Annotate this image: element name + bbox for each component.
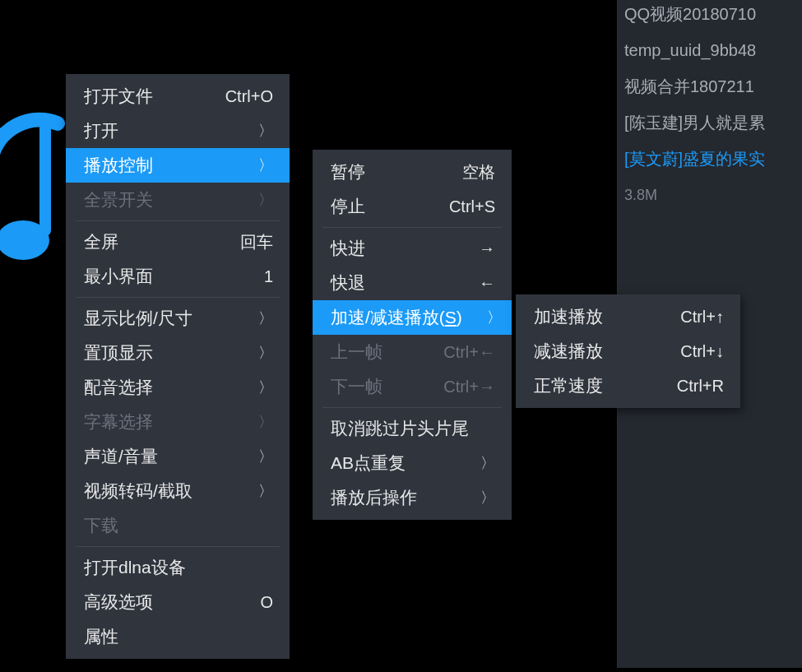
main-menu-item-8[interactable]: 显示比例/尺寸〉 [66, 301, 290, 336]
menu-item-label: 上一帧 [331, 341, 382, 364]
main-menu-item-3: 全景开关〉 [66, 183, 290, 217]
menu-item-label: 播放控制 [84, 154, 153, 177]
menu-item-shortcut: Ctrl+↑ [680, 308, 724, 327]
menu-item-shortcut: ← [479, 274, 495, 293]
playback-menu-item-1[interactable]: 停止Ctrl+S [313, 189, 512, 224]
main-menu-item-11: 字幕选择〉 [66, 405, 290, 439]
main-menu-item-18[interactable]: 属性 [66, 619, 290, 654]
playback-menu-item-10[interactable]: AB点重复〉 [313, 446, 512, 480]
menu-item-label: 属性 [84, 625, 118, 648]
context-menu-main: 打开文件Ctrl+O打开〉播放控制〉全景开关〉全屏回车最小界面1显示比例/尺寸〉… [66, 74, 290, 659]
list-item-size: 3.8M [624, 177, 802, 213]
main-menu-item-6[interactable]: 最小界面1 [66, 259, 290, 294]
list-item[interactable]: QQ视频20180710 [624, 0, 802, 32]
menu-item-shortcut: O [260, 593, 273, 612]
menu-item-label: 播放后操作 [331, 486, 417, 509]
menu-item-label: 显示比例/尺寸 [84, 307, 192, 330]
menu-item-shortcut: Ctrl+S [449, 197, 495, 216]
speed-menu-item-1[interactable]: 减速播放Ctrl+↓ [516, 334, 740, 368]
list-item[interactable]: temp_uuid_9bb48 [624, 32, 802, 68]
menu-item-shortcut: Ctrl+← [443, 343, 495, 362]
music-icon [0, 58, 74, 271]
menu-item-label: 停止 [331, 195, 365, 218]
speed-menu-item-0[interactable]: 加速播放Ctrl+↑ [516, 299, 740, 334]
main-menu-item-9[interactable]: 置顶显示〉 [66, 336, 290, 370]
chevron-right-icon: 〉 [258, 481, 273, 501]
chevron-right-icon: 〉 [487, 308, 502, 327]
chevron-right-icon: 〉 [480, 488, 495, 507]
menu-item-shortcut: → [479, 239, 495, 258]
menu-item-label: 减速播放 [534, 340, 603, 363]
main-menu-item-12[interactable]: 声道/音量〉 [66, 439, 290, 474]
list-item[interactable]: 视频合并1807211 [624, 68, 802, 104]
speed-menu-item-2[interactable]: 正常速度Ctrl+R [516, 368, 740, 403]
menu-divider [76, 297, 280, 298]
menu-item-shortcut: Ctrl+↓ [680, 342, 724, 361]
menu-item-label: 打开dlna设备 [84, 556, 186, 579]
chevron-right-icon: 〉 [258, 121, 273, 141]
main-menu-item-0[interactable]: 打开文件Ctrl+O [66, 79, 290, 114]
playback-menu-item-3[interactable]: 快进→ [313, 231, 512, 266]
chevron-right-icon: 〉 [258, 190, 273, 210]
chevron-right-icon: 〉 [258, 343, 273, 363]
chevron-right-icon: 〉 [258, 308, 273, 328]
menu-item-label: 加速/减速播放(S) [331, 306, 462, 329]
menu-item-label: 视频转码/截取 [84, 480, 192, 503]
list-item-selected[interactable]: [莫文蔚]盛夏的果实 [624, 141, 802, 177]
menu-divider [76, 220, 280, 221]
menu-item-shortcut: Ctrl+R [677, 377, 724, 396]
main-menu-item-17[interactable]: 高级选项O [66, 585, 290, 619]
menu-item-label: 配音选择 [84, 376, 153, 399]
playback-menu-item-4[interactable]: 快退← [313, 266, 512, 300]
menu-item-label: 声道/音量 [84, 445, 158, 468]
menu-item-shortcut: 回车 [240, 231, 273, 253]
chevron-right-icon: 〉 [258, 155, 273, 175]
menu-item-shortcut: 1 [264, 267, 273, 286]
menu-item-label: 下一帧 [331, 375, 382, 398]
playback-menu-item-9[interactable]: 取消跳过片头片尾 [313, 411, 512, 446]
list-item[interactable]: [陈玉建]男人就是累 [624, 104, 802, 141]
main-menu-item-13[interactable]: 视频转码/截取〉 [66, 474, 290, 508]
menu-divider [322, 407, 502, 408]
main-menu-item-14: 下载 [66, 508, 290, 543]
menu-item-label: 置顶显示 [84, 341, 153, 364]
playback-menu-item-5[interactable]: 加速/减速播放(S)〉 [313, 300, 512, 335]
main-menu-item-1[interactable]: 打开〉 [66, 114, 290, 148]
menu-item-label: 正常速度 [534, 374, 603, 397]
main-menu-item-5[interactable]: 全屏回车 [66, 225, 290, 259]
main-menu-item-16[interactable]: 打开dlna设备 [66, 550, 290, 585]
menu-item-shortcut: 空格 [462, 161, 495, 183]
main-menu-item-2[interactable]: 播放控制〉 [66, 148, 290, 183]
menu-item-label: 取消跳过片头片尾 [331, 417, 469, 440]
menu-divider [322, 227, 502, 228]
menu-item-label: 打开文件 [84, 85, 153, 108]
playback-menu-item-7: 下一帧Ctrl+→ [313, 369, 512, 404]
menu-item-label: 加速播放 [534, 305, 603, 328]
context-menu-speed: 加速播放Ctrl+↑减速播放Ctrl+↓正常速度Ctrl+R [516, 294, 740, 408]
playback-menu-item-6: 上一帧Ctrl+← [313, 335, 512, 369]
playback-menu-item-0[interactable]: 暂停空格 [313, 155, 512, 189]
chevron-right-icon: 〉 [258, 378, 273, 397]
menu-item-label: 快退 [331, 271, 365, 294]
menu-item-label: AB点重复 [331, 452, 406, 475]
menu-item-label: 字幕选择 [84, 410, 153, 433]
menu-item-label: 全屏 [84, 230, 118, 253]
chevron-right-icon: 〉 [258, 412, 273, 432]
menu-item-label: 最小界面 [84, 265, 153, 288]
menu-divider [76, 546, 280, 547]
context-menu-playback: 暂停空格停止Ctrl+S快进→快退←加速/减速播放(S)〉上一帧Ctrl+←下一… [313, 150, 512, 520]
menu-item-label: 高级选项 [84, 591, 153, 614]
menu-item-label: 暂停 [331, 160, 365, 183]
menu-item-label: 打开 [84, 119, 118, 142]
chevron-right-icon: 〉 [480, 453, 495, 473]
menu-item-shortcut: Ctrl+→ [443, 378, 495, 396]
menu-item-shortcut: Ctrl+O [225, 87, 273, 106]
menu-item-label: 下载 [84, 514, 118, 537]
menu-item-label: 全景开关 [84, 188, 153, 211]
playback-menu-item-11[interactable]: 播放后操作〉 [313, 480, 512, 515]
menu-item-label: 快进 [331, 237, 365, 260]
chevron-right-icon: 〉 [258, 447, 273, 466]
main-menu-item-10[interactable]: 配音选择〉 [66, 370, 290, 405]
